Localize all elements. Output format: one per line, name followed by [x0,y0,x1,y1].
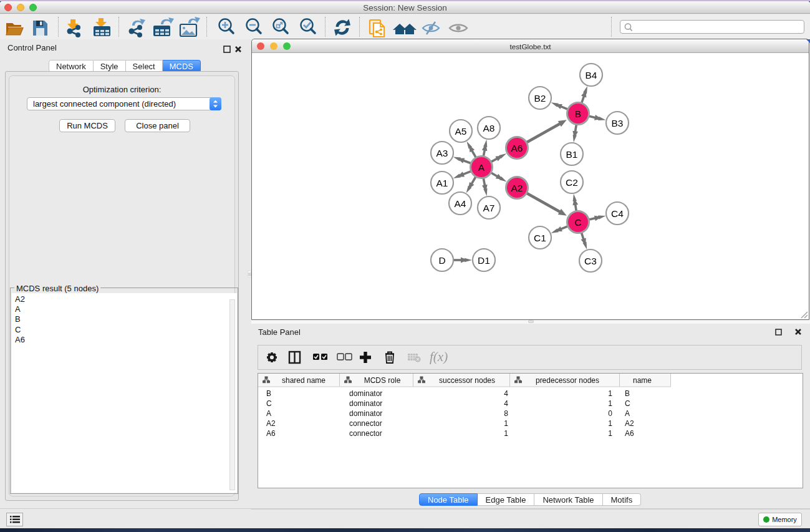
svg-text:A: A [625,409,630,418]
svg-text:f(x): f(x) [430,349,448,364]
svg-text:1: 1 [504,419,508,428]
svg-text:1: 1 [608,389,612,398]
svg-text:A6: A6 [266,429,276,438]
svg-text:8: 8 [504,409,508,418]
svg-text:C3: C3 [584,256,597,266]
svg-text:shared name: shared name [282,376,325,385]
svg-text:B4: B4 [586,70,597,80]
svg-text:A2: A2 [266,419,276,428]
svg-text:MCDS role: MCDS role [364,376,401,385]
svg-text:A2: A2 [625,419,634,428]
svg-text:A6: A6 [625,429,634,438]
svg-text:A: A [266,409,271,418]
svg-text:B3: B3 [612,118,624,128]
svg-text:D: D [438,255,445,266]
svg-text:1: 1 [608,399,612,408]
svg-text:C4: C4 [611,208,624,219]
svg-text:A5: A5 [455,126,467,137]
svg-text:dominator: dominator [349,409,382,418]
svg-text:A: A [478,162,485,173]
svg-text:C2: C2 [566,177,578,188]
svg-text:B: B [625,389,630,398]
svg-text:A8: A8 [483,123,495,133]
svg-text:1: 1 [608,419,612,428]
svg-text:dominator: dominator [349,389,382,398]
svg-text:A3: A3 [436,148,448,158]
svg-text:C1: C1 [534,233,546,243]
svg-text:predecessor nodes: predecessor nodes [536,376,599,385]
svg-text:name: name [633,376,652,385]
svg-text:A4: A4 [455,198,466,209]
svg-text:1: 1 [504,429,508,438]
svg-text:A6: A6 [511,143,523,153]
svg-text:A2: A2 [511,183,523,193]
svg-text:4: 4 [504,399,508,408]
svg-text:A1: A1 [436,178,448,188]
svg-text:B1: B1 [566,149,578,160]
svg-text:B2: B2 [534,93,546,104]
svg-text:D1: D1 [478,255,490,266]
svg-text:connector: connector [349,429,382,438]
svg-text:1: 1 [608,429,612,438]
svg-text:B: B [266,389,271,398]
svg-text:4: 4 [504,389,508,398]
svg-text:C: C [574,217,581,228]
svg-text:B: B [575,109,581,119]
svg-text:C: C [266,399,272,408]
svg-text:successor nodes: successor nodes [439,376,495,385]
svg-text:0: 0 [608,409,612,418]
svg-text:connector: connector [349,419,382,428]
svg-text:C: C [625,399,630,408]
svg-text:dominator: dominator [349,399,382,408]
svg-text:A7: A7 [483,203,495,213]
